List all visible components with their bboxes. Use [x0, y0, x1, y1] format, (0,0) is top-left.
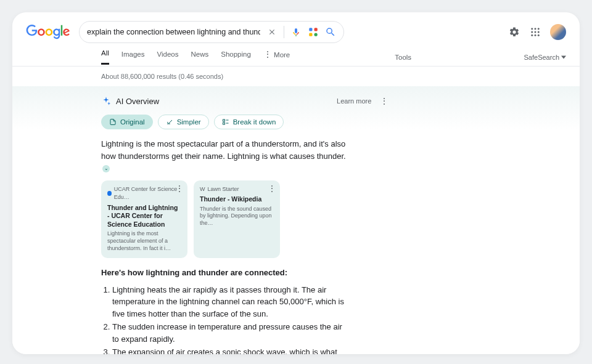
google-logo[interactable]	[26, 25, 70, 39]
svg-point-4	[531, 28, 533, 30]
tab-shopping[interactable]: Shopping	[221, 51, 251, 64]
card-snippet: Thunder is the sound caused by lightning…	[200, 206, 274, 227]
tools-link[interactable]: Tools	[395, 54, 411, 61]
ai-overview-title: AI Overview	[116, 97, 159, 106]
source-favicon	[107, 191, 112, 196]
ai-ordered-list: Lightning heats the air rapidly as it pa…	[101, 284, 348, 354]
chip-break[interactable]: Break it down	[214, 115, 284, 129]
card-title: Thunder and Lightning - UCAR Center for …	[107, 204, 181, 229]
learn-more-link[interactable]: Learn more	[337, 97, 371, 105]
card-menu-icon[interactable]: ⋮	[268, 184, 276, 193]
apps-icon[interactable]	[529, 26, 541, 38]
source-card[interactable]: ⋮ UCAR Center for Science Edu… Thunder a…	[101, 180, 187, 259]
tab-all[interactable]: All	[101, 49, 109, 65]
result-stats: About 88,600,000 results (0.46 seconds)	[12, 67, 580, 86]
svg-point-3	[314, 33, 318, 36]
sparkle-icon	[101, 96, 111, 106]
ai-overview-panel: AI Overview Learn more ⋮ Original Simple…	[12, 86, 580, 354]
chip-label: Original	[120, 118, 145, 126]
ai-overview-body: Lightning is the most spectacular part o…	[101, 138, 348, 354]
safesearch-menu[interactable]: SafeSearch	[524, 54, 566, 61]
svg-point-11	[535, 34, 536, 36]
list-icon	[222, 118, 229, 126]
ai-subheading: Here's how lightning and thunder are con…	[101, 267, 348, 279]
search-box[interactable]	[79, 21, 344, 43]
topbar	[12, 12, 580, 48]
citation-chip[interactable]: ⌄	[102, 165, 110, 172]
tab-news[interactable]: News	[191, 51, 208, 64]
svg-rect-1	[314, 28, 318, 31]
source-name: UCAR Center for Science Edu…	[114, 185, 181, 202]
browser-window: All Images Videos News Shopping ⋮ More T…	[12, 12, 580, 354]
settings-icon[interactable]	[508, 26, 520, 38]
check-icon	[166, 118, 173, 126]
card-menu-icon[interactable]: ⋮	[175, 184, 184, 193]
source-cards: ⋮ UCAR Center for Science Edu… Thunder a…	[101, 180, 348, 259]
search-input[interactable]	[87, 28, 260, 36]
chip-simpler[interactable]: Simpler	[158, 115, 209, 129]
tab-images[interactable]: Images	[121, 51, 145, 64]
list-item: The sudden increase in temperature and p…	[112, 321, 348, 345]
svg-rect-0	[309, 28, 312, 31]
avatar[interactable]	[550, 24, 566, 40]
lens-icon[interactable]	[308, 26, 319, 38]
card-title: Thunder - Wikipedia	[200, 195, 274, 204]
svg-rect-13	[223, 119, 224, 121]
ai-intro-text: Lightning is the most spectacular part o…	[101, 139, 346, 161]
chip-original[interactable]: Original	[101, 115, 153, 129]
source-card[interactable]: ⋮ WLawn Starter Thunder - Wikipedia Thun…	[194, 180, 280, 259]
clear-icon[interactable]	[266, 26, 278, 38]
source-favicon: W	[200, 185, 205, 194]
mic-icon[interactable]	[290, 26, 302, 38]
tab-videos[interactable]: Videos	[157, 51, 179, 64]
document-icon	[109, 118, 117, 126]
svg-point-9	[538, 31, 540, 33]
svg-point-5	[535, 28, 536, 30]
list-item: Lightning heats the air rapidly as it pa…	[112, 284, 348, 320]
svg-rect-2	[309, 33, 312, 36]
svg-point-6	[538, 28, 540, 30]
svg-rect-14	[223, 123, 224, 124]
nav-tabs: All Images Videos News Shopping ⋮ More T…	[12, 48, 580, 67]
chip-label: Simpler	[177, 118, 201, 126]
svg-point-12	[538, 34, 540, 36]
top-right-controls	[508, 24, 566, 40]
source-name: Lawn Starter	[208, 185, 239, 194]
tab-more[interactable]: ⋮ More	[263, 50, 290, 65]
ai-chips: Original Simpler Break it down	[101, 115, 566, 129]
svg-point-7	[531, 31, 533, 33]
chip-label: Break it down	[233, 118, 276, 126]
svg-point-10	[531, 34, 533, 36]
ai-menu-icon[interactable]: ⋮	[380, 97, 388, 105]
list-item: The expansion of air creates a sonic sho…	[112, 346, 348, 354]
card-snippet: Lightning is the most spectacular elemen…	[107, 230, 181, 252]
search-icon[interactable]	[325, 26, 336, 38]
svg-point-8	[535, 31, 536, 33]
